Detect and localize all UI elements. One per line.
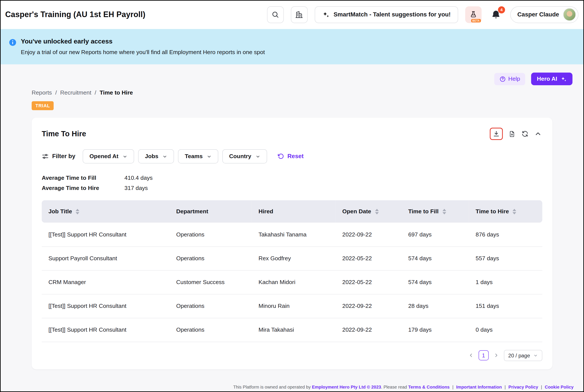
- table-cell: 574 days: [401, 270, 469, 294]
- breadcrumb: Reports / Recruitment / Time to Hire: [32, 89, 584, 96]
- sliders-icon: [42, 153, 49, 160]
- report-title: Time To Hire: [42, 130, 86, 138]
- table-cell: 697 days: [401, 222, 469, 246]
- sort-icon[interactable]: [375, 208, 379, 214]
- flask-icon: [470, 11, 477, 18]
- table-cell: 2022-09-22: [335, 294, 401, 318]
- filter-jobs[interactable]: Jobs: [138, 149, 174, 163]
- breadcrumb-current: Time to Hire: [100, 89, 133, 96]
- column-label: Open Date: [342, 208, 371, 215]
- company-link[interactable]: Employment Hero Pty Ltd © 2023: [312, 384, 381, 390]
- important-information-link[interactable]: Important Information: [456, 384, 502, 390]
- filter-country[interactable]: Country: [223, 149, 267, 163]
- column-header-time-to-fill[interactable]: Time to Fill: [401, 200, 469, 222]
- cookie-policy-link[interactable]: Cookie Policy: [545, 384, 573, 390]
- search-button[interactable]: [267, 6, 284, 23]
- top-navigation-bar: Casper's Training (AU 1st EH Payroll) Sm…: [0, 0, 584, 29]
- chevron-down-icon: [163, 154, 167, 159]
- table-cell: Support Payroll Consultant: [42, 246, 170, 270]
- page-size-value: 20 / page: [508, 352, 530, 358]
- help-button[interactable]: Help: [494, 73, 525, 85]
- sort-icon[interactable]: [442, 208, 446, 214]
- terms-link[interactable]: Terms & Conditions: [408, 384, 450, 390]
- table-cell: [[Test]] Support HR Consultant: [42, 294, 170, 318]
- stat-value: 410.4 days: [125, 174, 153, 181]
- table-cell: Operations: [170, 246, 252, 270]
- table-cell: Minoru Rain: [252, 294, 335, 318]
- breadcrumb-reports[interactable]: Reports: [32, 89, 52, 96]
- filter-label: Opened At: [89, 153, 118, 160]
- smartmatch-button[interactable]: SmartMatch - Talent suggestions for you!: [315, 6, 458, 23]
- report-card: Time To Hire: [32, 118, 552, 369]
- table-cell: [[Test]] Support HR Consultant: [42, 222, 170, 246]
- table-cell: 2022-09-22: [335, 318, 401, 342]
- column-header-time-to-hire[interactable]: Time to Hire: [469, 200, 542, 222]
- collapse-button[interactable]: [534, 130, 542, 138]
- building-icon: [295, 10, 303, 18]
- table-cell: 2022-05-22: [335, 246, 401, 270]
- footer-text: This Platform is owned and operated by: [233, 384, 311, 390]
- table-row: Support Payroll ConsultantOperationsRex …: [42, 246, 542, 270]
- info-icon: [9, 38, 17, 56]
- user-menu-button[interactable]: Casper Claude: [510, 6, 578, 23]
- chevron-down-icon: [207, 154, 212, 159]
- download-highlight: [490, 128, 503, 140]
- stat-label: Average Time to Fill: [42, 174, 125, 181]
- stat-time-to-hire: Average Time to Hire 317 days: [42, 184, 542, 191]
- banner-title: You've unlocked early access: [21, 38, 265, 46]
- column-header-department: Department: [170, 200, 252, 222]
- chevron-left-icon: [468, 353, 474, 358]
- page-size-select[interactable]: 20 / page: [504, 350, 542, 361]
- filter-by-label: Filter by: [52, 153, 75, 160]
- table-header-row: Job TitleDepartmentHiredOpen DateTime to…: [42, 200, 542, 222]
- column-header-job-title[interactable]: Job Title: [42, 200, 170, 222]
- column-label: Job Title: [49, 208, 72, 215]
- filter-opened-at[interactable]: Opened At: [83, 149, 134, 163]
- stat-time-to-fill: Average Time to Fill 410.4 days: [42, 174, 542, 181]
- notifications-button[interactable]: 4: [488, 8, 503, 21]
- footer-separator: |: [452, 384, 453, 390]
- stat-value: 317 days: [125, 184, 148, 191]
- breadcrumb-recruitment[interactable]: Recruitment: [60, 89, 91, 96]
- beta-labs-button[interactable]: BETA: [465, 6, 482, 23]
- filter-list: Opened AtJobsTeamsCountry: [83, 149, 267, 163]
- table-row: [[Test]] Support HR ConsultantOperations…: [42, 318, 542, 342]
- page-number-button[interactable]: 1: [478, 350, 488, 360]
- page: Casper's Training (AU 1st EH Payroll) Sm…: [0, 0, 584, 392]
- file-export-icon: [509, 130, 515, 137]
- topbar-actions: SmartMatch - Talent suggestions for you!…: [267, 6, 578, 23]
- next-page-button[interactable]: [493, 353, 499, 358]
- company-button[interactable]: [291, 6, 307, 23]
- help-label: Help: [508, 76, 520, 82]
- reset-label: Reset: [287, 153, 304, 160]
- filter-teams[interactable]: Teams: [178, 149, 218, 163]
- reset-icon: [277, 153, 284, 160]
- table-cell: 557 days: [469, 246, 542, 270]
- notification-count-badge: 4: [498, 6, 505, 13]
- table-cell: 2022-09-22: [335, 222, 401, 246]
- reset-filters-button[interactable]: Reset: [277, 153, 303, 160]
- export-file-button[interactable]: [508, 130, 516, 138]
- time-to-hire-table: Job TitleDepartmentHiredOpen DateTime to…: [42, 200, 542, 342]
- filter-by: Filter by: [42, 153, 75, 160]
- table-row: CRM ManagerCustomer SuccessKachan Midori…: [42, 270, 542, 294]
- breadcrumb-separator: /: [95, 89, 96, 96]
- table-cell: 876 days: [469, 222, 542, 246]
- column-header-open-date[interactable]: Open Date: [335, 200, 401, 222]
- column-label: Time to Hire: [475, 208, 509, 215]
- sort-icon[interactable]: [76, 208, 80, 214]
- refresh-button[interactable]: [521, 130, 529, 138]
- privacy-policy-link[interactable]: Privacy Policy: [508, 384, 538, 390]
- download-button[interactable]: [492, 130, 501, 138]
- previous-page-button[interactable]: [468, 353, 474, 358]
- early-access-banner: You've unlocked early access Enjoy a tri…: [0, 29, 584, 64]
- question-circle-icon: [499, 76, 506, 82]
- chevron-up-icon: [534, 130, 541, 137]
- avatar: [563, 8, 576, 21]
- smartmatch-label: SmartMatch - Talent suggestions for you!: [334, 11, 451, 18]
- sort-icon[interactable]: [512, 208, 516, 214]
- table-cell: 28 days: [401, 294, 469, 318]
- main-content: Help Hero AI Reports / Recruitment / Tim…: [0, 64, 584, 392]
- hero-ai-button[interactable]: Hero AI: [531, 73, 572, 86]
- table-cell: 179 days: [401, 318, 469, 342]
